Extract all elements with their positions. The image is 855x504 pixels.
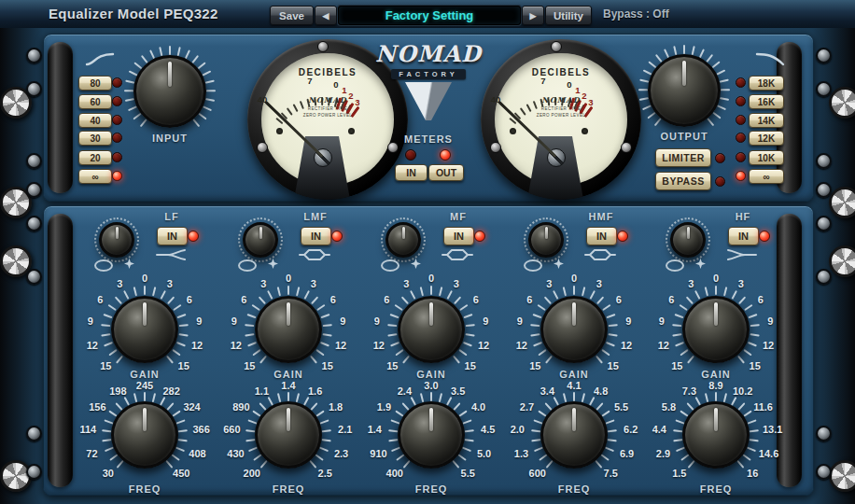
- lmf-freq-knob-cap[interactable]: [255, 401, 322, 469]
- input-pad-40[interactable]: 40: [78, 113, 112, 128]
- mf-q-knob[interactable]: [379, 216, 428, 264]
- knob-scale-value: 0: [286, 273, 291, 284]
- output-knob[interactable]: [628, 35, 740, 147]
- utility-button[interactable]: Utility: [545, 6, 592, 25]
- knob-scale-value: 1.3: [514, 448, 528, 459]
- mf-in-button[interactable]: IN: [443, 227, 474, 245]
- band-label: MF: [421, 211, 496, 222]
- knob-scale-value: 408: [189, 448, 205, 459]
- input-knob[interactable]: [114, 35, 226, 147]
- lf-q-knob[interactable]: [92, 216, 141, 264]
- output-pad-16k[interactable]: 16K: [749, 94, 784, 109]
- lf-gain-knob-cap[interactable]: [111, 296, 178, 363]
- preset-display[interactable]: Factory Setting: [338, 6, 521, 25]
- mf-q-knob-cap[interactable]: [385, 222, 421, 258]
- vu-brand-text: NOMAD: [481, 95, 641, 105]
- hmf-q-knob-cap[interactable]: [528, 222, 564, 258]
- lmf-q-knob[interactable]: [236, 216, 285, 264]
- hf-q-knob-cap[interactable]: [670, 222, 706, 258]
- knob-scale-value: 12: [87, 340, 98, 351]
- output-label: OUTPUT: [638, 131, 731, 142]
- knob-scale-value: 3: [688, 278, 694, 289]
- knob-scale-value: 1.8: [329, 401, 343, 413]
- knob-scale-value: 12: [478, 340, 489, 351]
- knob-scale-value: 114: [79, 424, 96, 435]
- input-knob-cap[interactable]: [133, 55, 206, 128]
- knob-scale-value: 14.6: [759, 448, 778, 459]
- knob-scale-value: 9: [483, 315, 488, 327]
- knob-scale-value: 6: [384, 294, 389, 305]
- next-preset-button[interactable]: ▶: [522, 6, 544, 25]
- eq-panel: LF IN 151296303691215 GAIN 3072114156198…: [43, 205, 814, 496]
- limiter-button[interactable]: LIMITER: [655, 148, 711, 167]
- knob-scale-value: 1.9: [377, 401, 391, 413]
- knob-scale-value: 7.5: [604, 468, 618, 479]
- lf-q-knob-cap[interactable]: [99, 222, 134, 258]
- knob-scale-value: 890: [232, 401, 249, 413]
- hf-in-led: [759, 231, 770, 242]
- lmf-in-button[interactable]: IN: [301, 227, 331, 245]
- nomad-factory-logo: NOMAD: [372, 40, 484, 67]
- input-led-20: [112, 152, 122, 162]
- hf-in-button[interactable]: IN: [728, 227, 759, 245]
- knob-scale-value: 910: [370, 448, 386, 459]
- knob-scale-value: 198: [109, 385, 126, 397]
- knob-scale-value: 12: [231, 340, 242, 351]
- screw-icon: [816, 269, 832, 285]
- input-pad-80[interactable]: 80: [78, 76, 112, 91]
- knob-scale-value: 6: [526, 294, 532, 305]
- rack-fastener-icon: [829, 460, 855, 492]
- output-pad-10k[interactable]: 10K: [749, 150, 784, 165]
- screw-icon: [26, 426, 42, 441]
- input-pad-60[interactable]: 60: [78, 94, 112, 109]
- prev-preset-button[interactable]: ◀: [315, 6, 337, 25]
- input-led-inf: [112, 171, 122, 181]
- knob-scale-value: 9: [340, 315, 345, 327]
- screw-icon: [26, 216, 42, 231]
- freq-label: FREQ: [537, 483, 611, 495]
- hf-freq-knob-cap[interactable]: [682, 401, 750, 469]
- input-pad-30[interactable]: 30: [78, 131, 112, 146]
- knob-scale-value: 282: [162, 385, 179, 397]
- mf-gain-knob-cap[interactable]: [398, 296, 465, 363]
- output-led-16k: [736, 96, 746, 106]
- hmf-q-knob[interactable]: [522, 216, 570, 264]
- output-pad-inf[interactable]: ∞: [749, 169, 784, 184]
- output-pad-12k[interactable]: 12K: [749, 131, 784, 146]
- lf-freq-knob-cap[interactable]: [111, 401, 178, 469]
- input-label: INPUT: [123, 133, 217, 144]
- save-button[interactable]: Save: [270, 6, 314, 25]
- meters-label: METERS: [372, 133, 484, 145]
- knob-scale-value: 6: [473, 294, 479, 305]
- bypass-button[interactable]: BYPASS: [655, 172, 711, 190]
- mf-freq-knob-cap[interactable]: [398, 401, 465, 469]
- screw-icon: [551, 41, 562, 52]
- knob-scale-value: 3: [260, 278, 266, 289]
- input-pad-20[interactable]: 20: [78, 150, 112, 165]
- meters-out-button[interactable]: OUT: [428, 164, 464, 181]
- output-pad-14k[interactable]: 14K: [749, 113, 784, 128]
- screw-icon: [26, 48, 42, 63]
- lf-in-button[interactable]: IN: [157, 227, 188, 245]
- hf-q-knob[interactable]: [664, 216, 712, 264]
- knob-scale-value: 200: [244, 468, 260, 479]
- knob-scale-value: 6: [668, 294, 674, 305]
- hmf-gain-knob-cap[interactable]: [540, 296, 608, 363]
- hmf-freq-knob-cap[interactable]: [540, 401, 608, 469]
- lmf-q-knob-cap[interactable]: [243, 222, 278, 258]
- input-pad-inf[interactable]: ∞: [78, 169, 112, 184]
- knob-scale-value: 6: [241, 294, 246, 305]
- bell-curve-icon: [299, 247, 330, 262]
- knob-scale-value: 430: [227, 448, 244, 459]
- vu-decibels-label: DECIBELS: [481, 67, 641, 77]
- output-pad-18k[interactable]: 18K: [749, 76, 784, 91]
- knob-scale-value: 9: [196, 315, 202, 327]
- output-knob-cap[interactable]: [648, 54, 721, 127]
- meters-in-button[interactable]: IN: [395, 164, 428, 181]
- knob-scale-value: 30: [103, 468, 114, 479]
- lmf-gain-knob-cap[interactable]: [255, 296, 322, 363]
- hmf-in-button[interactable]: IN: [586, 227, 617, 245]
- vu-brand-text: NOMAD: [247, 95, 408, 105]
- screw-icon: [816, 81, 832, 97]
- hf-gain-knob-cap[interactable]: [682, 296, 750, 363]
